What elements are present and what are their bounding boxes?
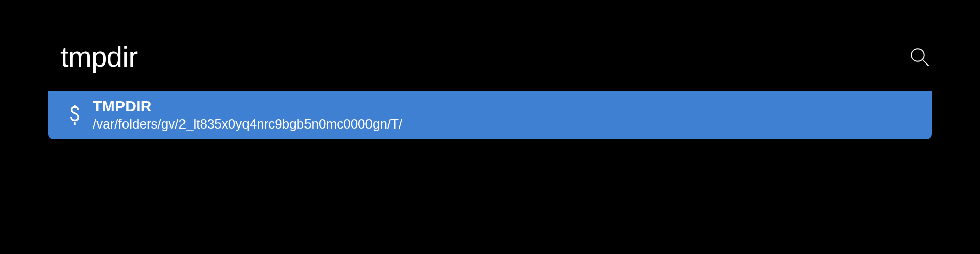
dollar-icon [64, 105, 86, 125]
result-item[interactable]: TMPDIR /var/folders/gv/2_lt835x0yq4nrc9b… [48, 91, 932, 139]
search-input[interactable] [60, 40, 907, 73]
svg-point-0 [911, 49, 924, 61]
svg-line-1 [923, 60, 928, 66]
result-text: TMPDIR /var/folders/gv/2_lt835x0yq4nrc9b… [93, 98, 402, 133]
search-icon [907, 45, 932, 69]
result-title: TMPDIR [93, 98, 402, 115]
result-subtitle: /var/folders/gv/2_lt835x0yq4nrc9bgb5n0mc… [93, 116, 402, 133]
search-row [60, 40, 932, 73]
